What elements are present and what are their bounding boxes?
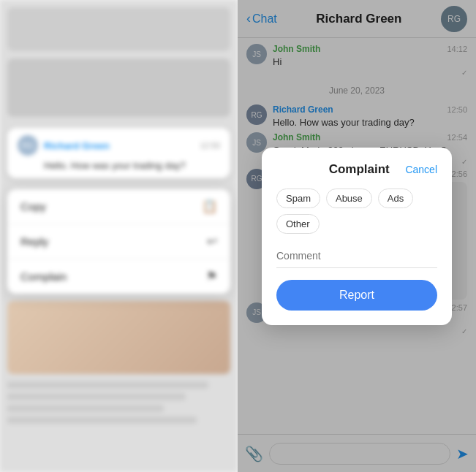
- left-chat-time: 12:50: [200, 141, 220, 150]
- report-button[interactable]: Report: [276, 280, 437, 311]
- comment-input[interactable]: [276, 244, 437, 268]
- context-menu: Copy 📋 Reply ↩ Complain ⚑: [7, 189, 230, 294]
- modal-tags: Spam Abuse Ads Other: [276, 189, 437, 234]
- complain-label: Complain: [20, 270, 67, 283]
- complain-menu-item[interactable]: Complain ⚑: [7, 259, 230, 294]
- left-text-lines: [7, 381, 230, 424]
- left-avatar: RG: [18, 135, 38, 156]
- reply-icon: ↩: [207, 234, 217, 249]
- tag-other[interactable]: Other: [276, 214, 320, 234]
- tag-spam[interactable]: Spam: [276, 189, 320, 208]
- left-chat-name: Richard Green: [44, 140, 194, 151]
- tag-ads[interactable]: Ads: [378, 189, 413, 208]
- modal-header: Complaint Cancel: [276, 162, 437, 177]
- copy-label: Copy: [20, 200, 46, 213]
- left-chat-bubble: RG Richard Green 12:50 Hello. How was yo…: [7, 128, 230, 178]
- cancel-button[interactable]: Cancel: [405, 164, 437, 175]
- left-chat-text: Hello. How was your trading day?: [44, 160, 220, 171]
- reply-label: Reply: [20, 235, 48, 248]
- copy-icon: 📋: [202, 199, 217, 214]
- left-panel: RG Richard Green 12:50 Hello. How was yo…: [0, 0, 238, 472]
- complaint-modal: Complaint Cancel Spam Abuse Ads Other Re…: [262, 148, 452, 325]
- reply-menu-item[interactable]: Reply ↩: [7, 224, 230, 259]
- right-panel: ‹ Chat Richard Green RG JS John Smith 14…: [238, 0, 476, 472]
- modal-overlay: Complaint Cancel Spam Abuse Ads Other Re…: [238, 0, 476, 472]
- tag-abuse[interactable]: Abuse: [326, 189, 372, 208]
- copy-menu-item[interactable]: Copy 📋: [7, 189, 230, 224]
- complain-icon: ⚑: [206, 269, 217, 284]
- modal-title: Complaint: [313, 162, 405, 177]
- left-image: [7, 301, 230, 374]
